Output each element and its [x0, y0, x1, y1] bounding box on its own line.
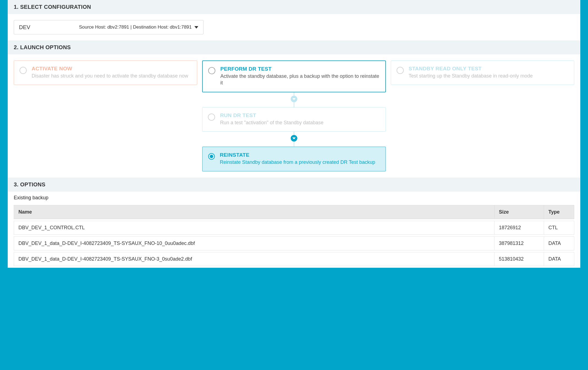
configuration-env: DEV: [19, 24, 30, 31]
option-perform-dr-test-title: PERFORM DR TEST: [220, 66, 380, 72]
cell-name: DBV_DEV_1_data_D-DEV_I-4082723409_TS-SYS…: [14, 252, 494, 266]
section-3-header: 3. OPTIONS: [8, 178, 580, 192]
option-activate-now[interactable]: ACTIVATE NOW Disaster has struck and you…: [14, 60, 197, 85]
arrow-down-icon: [291, 96, 297, 102]
backup-table: Name Size Type DBV_DEV_1_CONTROL.CTL 187…: [14, 203, 574, 268]
option-activate-now-desc: Disaster has struck and you need to acti…: [32, 73, 188, 79]
col-type: Type: [544, 205, 574, 219]
connector-2: [291, 132, 297, 147]
cell-size: 513810432: [494, 252, 544, 266]
option-perform-dr-test[interactable]: PERFORM DR TEST Activate the standby dat…: [202, 60, 386, 92]
option-run-dr-test-desc: Run a test "activation" of the Standby d…: [220, 119, 323, 126]
col-size: Size: [494, 205, 544, 219]
cell-name: DBV_DEV_1_data_D-DEV_I-4082723409_TS-SYS…: [14, 236, 494, 250]
option-run-dr-test-title: RUN DR TEST: [220, 112, 323, 118]
cell-type: CTL: [544, 221, 574, 235]
table-row[interactable]: DBV_DEV_1_data_D-DEV_I-4082723409_TS-SYS…: [14, 252, 574, 266]
col-name: Name: [14, 205, 494, 219]
caret-down-icon: [194, 26, 198, 29]
option-reinstate-desc: Reinstate Standby database from a previo…: [220, 159, 375, 165]
option-standby-read-only-desc: Test starting up the Standby database in…: [409, 73, 533, 79]
cell-size: 18726912: [494, 221, 544, 235]
connector-1: [291, 92, 297, 107]
radio-reinstate[interactable]: [208, 153, 215, 160]
cell-size: 387981312: [494, 236, 544, 250]
option-run-dr-test[interactable]: RUN DR TEST Run a test "activation" of t…: [202, 107, 386, 132]
section-2-header: 2. LAUNCH OPTIONS: [8, 40, 580, 54]
radio-activate-now[interactable]: [20, 67, 27, 74]
option-reinstate[interactable]: REINSTATE Reinstate Standby database fro…: [202, 147, 386, 172]
radio-standby-read-only[interactable]: [397, 67, 404, 74]
option-standby-read-only-title: STANDBY READ ONLY TEST: [409, 66, 533, 72]
option-perform-dr-test-desc: Activate the standby database, plus a ba…: [220, 73, 380, 86]
radio-run-dr-test[interactable]: [208, 114, 215, 121]
option-activate-now-title: ACTIVATE NOW: [32, 66, 188, 72]
configuration-hosts-text: Source Host: dbv2:7891 | Destination Hos…: [79, 24, 192, 30]
cell-name: DBV_DEV_1_CONTROL.CTL: [14, 221, 494, 235]
radio-perform-dr-test[interactable]: [208, 67, 215, 74]
option-standby-read-only[interactable]: STANDBY READ ONLY TEST Test starting up …: [391, 60, 574, 85]
table-row[interactable]: DBV_DEV_1_CONTROL.CTL 18726912 CTL: [14, 221, 574, 235]
cell-type: DATA: [544, 252, 574, 266]
configuration-hosts: Source Host: dbv2:7891 | Destination Hos…: [79, 24, 198, 30]
table-row[interactable]: DBV_DEV_1_data_D-DEV_I-4082723409_TS-SYS…: [14, 236, 574, 250]
option-reinstate-title: REINSTATE: [220, 152, 375, 158]
existing-backup-label: Existing backup: [8, 192, 580, 203]
section-1-header: 1. SELECT CONFIGURATION: [8, 0, 580, 14]
configuration-select[interactable]: DEV Source Host: dbv2:7891 | Destination…: [14, 20, 204, 34]
arrow-down-icon: [291, 135, 297, 142]
cell-type: DATA: [544, 236, 574, 250]
